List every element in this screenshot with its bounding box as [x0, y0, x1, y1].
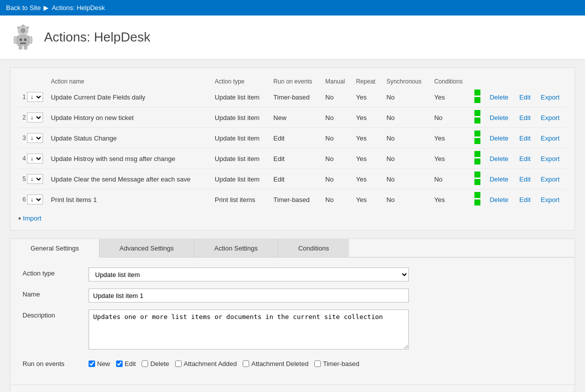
checkbox-new-input[interactable]: [89, 360, 95, 367]
edit-link[interactable]: Edit: [519, 114, 530, 122]
status-green-1: [474, 130, 480, 136]
settings-panel: General Settings Advanced Settings Actio…: [10, 238, 575, 392]
row-run-on: New: [269, 108, 321, 128]
tab-conditions[interactable]: Conditions: [278, 239, 349, 257]
action-type-control: Update list item Print list items Send e…: [89, 268, 409, 282]
checkbox-attachment-deleted-input[interactable]: [243, 360, 249, 367]
col-repeat: Repeat: [352, 76, 382, 87]
current-page-breadcrumb: Actions: HelpDesk: [52, 4, 105, 12]
row-manual: No: [321, 148, 352, 169]
breadcrumb-separator: ▶: [44, 4, 49, 12]
back-to-site-link[interactable]: Back to Site: [6, 4, 41, 12]
checkbox-edit[interactable]: Edit: [116, 360, 136, 368]
row-number: 1↓: [23, 92, 43, 102]
row-repeat: Yes: [352, 87, 382, 108]
row-num-cell: 6↓: [19, 190, 47, 210]
page-title: Actions: HelpDesk: [44, 30, 150, 45]
row-repeat: Yes: [352, 169, 382, 190]
checkbox-delete-input[interactable]: [142, 360, 148, 367]
col-conditions: Conditions: [430, 76, 471, 87]
checkbox-attachment-deleted[interactable]: Attachment Deleted: [243, 360, 308, 368]
row-order-select[interactable]: ↓: [27, 133, 43, 143]
export-link[interactable]: Export: [540, 134, 559, 142]
settings-tabs: General Settings Advanced Settings Actio…: [11, 239, 574, 258]
delete-link[interactable]: Delete: [489, 134, 508, 142]
row-order-select[interactable]: ↓: [27, 154, 43, 164]
row-conditions: Yes: [430, 190, 471, 210]
row-action-type: Update list item: [211, 108, 269, 128]
run-on-events-control: New Edit Delete Attachment Added Att: [89, 358, 409, 368]
delete-link[interactable]: Delete: [489, 155, 508, 162]
run-on-events-label: Run on events: [23, 358, 83, 368]
row-order-select[interactable]: ↓: [27, 92, 43, 102]
row-manual: No: [321, 108, 352, 128]
checkbox-timer-based[interactable]: Timer-based: [314, 360, 359, 368]
edit-link[interactable]: Edit: [519, 176, 530, 183]
status-green-2: [474, 97, 480, 103]
row-manual: No: [321, 190, 352, 210]
svg-point-11: [27, 26, 29, 28]
tab-action-settings[interactable]: Action Settings: [194, 239, 278, 257]
checkbox-attachment-added[interactable]: Attachment Added: [175, 360, 237, 368]
page-header: Actions: HelpDesk: [0, 16, 585, 60]
row-status-icons: [470, 128, 485, 148]
actions-table: Action name Action type Run on events Ma…: [19, 76, 566, 210]
delete-link[interactable]: Delete: [489, 94, 508, 101]
svg-rect-5: [19, 46, 22, 50]
checkbox-edit-input[interactable]: [116, 360, 123, 367]
export-link[interactable]: Export: [540, 114, 559, 122]
delete-link[interactable]: Delete: [489, 114, 508, 122]
svg-rect-8: [24, 38, 27, 41]
edit-link[interactable]: Edit: [519, 134, 530, 142]
col-action-name: Action name: [47, 76, 211, 87]
row-sync: No: [382, 148, 430, 169]
tab-advanced-settings[interactable]: Advanced Settings: [100, 239, 194, 257]
checkbox-attachment-added-input[interactable]: [175, 360, 182, 367]
row-repeat: Yes: [352, 148, 382, 169]
tab-general-settings[interactable]: General Settings: [11, 239, 100, 258]
description-label: Description: [23, 310, 83, 319]
action-type-select[interactable]: Update list item Print list items Send e…: [89, 268, 409, 282]
svg-rect-4: [29, 36, 32, 44]
col-delete: [485, 76, 515, 87]
export-link[interactable]: Export: [540, 196, 559, 204]
checkbox-delete[interactable]: Delete: [142, 360, 169, 368]
row-number: 3↓: [23, 133, 43, 143]
delete-link[interactable]: Delete: [489, 196, 508, 204]
svg-point-10: [22, 24, 24, 26]
settings-form: Action type Update list item Print list …: [11, 258, 574, 384]
edit-link[interactable]: Edit: [519, 196, 530, 204]
row-num-cell: 4↓: [19, 148, 47, 169]
description-textarea[interactable]: Updates one or more list items or docume…: [89, 310, 409, 350]
main-content: Action name Action type Run on events Ma…: [0, 60, 585, 392]
delete-link[interactable]: Delete: [489, 176, 508, 183]
status-green-1: [474, 172, 480, 178]
row-run-on: Edit: [269, 169, 321, 190]
row-status-icons: [470, 87, 485, 108]
edit-link[interactable]: Edit: [519, 155, 530, 162]
import-link[interactable]: Import: [19, 214, 566, 222]
export-link[interactable]: Export: [540, 94, 559, 101]
status-green-1: [474, 90, 480, 96]
name-input[interactable]: [89, 288, 409, 302]
row-run-on: Timer-based: [269, 87, 321, 108]
status-green-1: [474, 151, 480, 157]
row-sync: No: [382, 128, 430, 148]
import-label: Import: [23, 214, 42, 222]
name-row: Name: [23, 288, 562, 302]
edit-link[interactable]: Edit: [519, 94, 530, 101]
row-status-icons: [470, 190, 485, 210]
row-action-type: Update list item: [211, 128, 269, 148]
row-order-select[interactable]: ↓: [27, 112, 43, 122]
row-conditions: Yes: [430, 87, 471, 108]
svg-point-1: [21, 28, 26, 33]
row-sync: No: [382, 108, 430, 128]
checkbox-timer-based-input[interactable]: [314, 360, 321, 367]
export-link[interactable]: Export: [540, 155, 559, 162]
checkbox-new[interactable]: New: [89, 360, 110, 368]
col-status: [470, 76, 485, 87]
row-order-select[interactable]: ↓: [27, 194, 43, 204]
row-manual: No: [321, 169, 352, 190]
row-order-select[interactable]: ↓: [27, 174, 43, 184]
export-link[interactable]: Export: [540, 176, 559, 183]
